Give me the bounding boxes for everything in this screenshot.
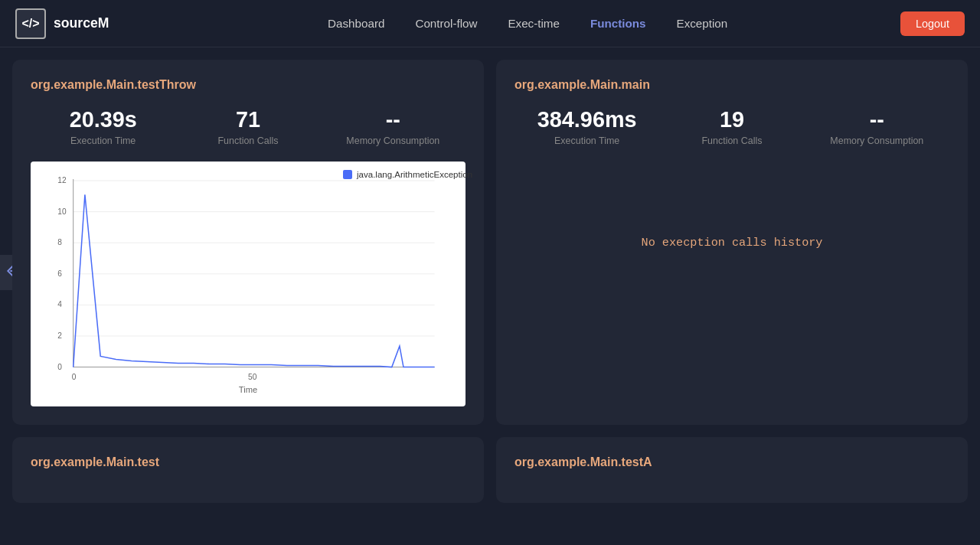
navbar: </> sourceM Dashboard Control-flow Exec-… — [0, 0, 980, 47]
legend-dot — [343, 170, 352, 179]
chart-legend: java.lang.ArithmeticException — [343, 169, 458, 181]
svg-text:50: 50 — [248, 373, 257, 381]
svg-text:0: 0 — [72, 373, 77, 381]
card-main-title: org.example.Main.main — [514, 78, 949, 92]
no-exception-msg: No execption calls history — [642, 236, 823, 250]
svg-text:Time: Time — [239, 385, 257, 394]
card-main: org.example.Main.main 384.96ms Execution… — [496, 60, 968, 425]
logo-icon: </> — [15, 8, 46, 39]
chart-svg: 12 10 8 6 4 2 0 0 50 — [38, 169, 458, 399]
nav-control-flow[interactable]: Control-flow — [415, 17, 477, 30]
card-testa-title: org.example.Main.testA — [514, 455, 949, 469]
stat-label-exec-2: Execution Time — [514, 135, 659, 146]
card-testa: org.example.Main.testA — [496, 437, 968, 503]
legend-label: java.lang.ArithmeticException — [357, 169, 472, 181]
logout-button[interactable]: Logout — [900, 11, 965, 36]
stat-label-exec-1: Execution Time — [31, 135, 175, 146]
card-testthrow-stats: 20.39s Execution Time 71 Function Calls … — [31, 107, 466, 146]
stat-label-mem-2: Memory Consumption — [805, 135, 949, 146]
chart-testthrow: java.lang.ArithmeticException 12 10 8 6 … — [31, 162, 466, 406]
card-test-title: org.example.Main.test — [31, 455, 466, 469]
svg-text:4: 4 — [57, 300, 62, 308]
stat-label-mem-1: Memory Consumption — [321, 135, 466, 146]
card-main-stats: 384.96ms Execution Time 19 Function Call… — [514, 107, 949, 146]
stat-value-mem-2: -- — [805, 107, 949, 132]
stat-exec-time-2: 384.96ms Execution Time — [514, 107, 659, 146]
stat-value-mem-1: -- — [321, 107, 466, 132]
nav-functions[interactable]: Functions — [590, 17, 646, 30]
logo-text: sourceM — [54, 15, 109, 31]
stat-label-func-2: Function Calls — [659, 135, 804, 146]
nav-exception[interactable]: Exception — [677, 17, 728, 30]
stat-exec-time-1: 20.39s Execution Time — [31, 107, 175, 146]
card-test: org.example.Main.test — [12, 437, 484, 503]
stat-value-func-2: 19 — [659, 107, 804, 132]
svg-text:6: 6 — [57, 269, 62, 278]
stat-func-calls-2: 19 Function Calls — [659, 107, 804, 146]
main-content: org.example.Main.testThrow 20.39s Execut… — [0, 47, 980, 515]
nav-dashboard[interactable]: Dashboard — [328, 17, 384, 30]
stat-label-func-1: Function Calls — [175, 135, 320, 146]
svg-text:12: 12 — [57, 176, 67, 184]
nav-exec-time[interactable]: Exec-time — [508, 17, 560, 30]
svg-text:10: 10 — [57, 207, 67, 216]
stat-value-func-1: 71 — [175, 107, 320, 132]
stat-mem-1: -- Memory Consumption — [321, 107, 466, 146]
card-testthrow-title: org.example.Main.testThrow — [31, 78, 466, 92]
logo: </> sourceM — [15, 8, 109, 39]
stat-value-exec-1: 20.39s — [31, 107, 175, 132]
stat-value-exec-2: 384.96ms — [514, 107, 659, 132]
stat-mem-2: -- Memory Consumption — [805, 107, 949, 146]
svg-text:2: 2 — [57, 331, 62, 340]
svg-text:8: 8 — [57, 238, 62, 246]
stat-func-calls-1: 71 Function Calls — [175, 107, 320, 146]
svg-text:0: 0 — [57, 363, 62, 371]
nav-links: Dashboard Control-flow Exec-time Functio… — [155, 17, 900, 30]
card-testthrow: org.example.Main.testThrow 20.39s Execut… — [12, 60, 484, 425]
